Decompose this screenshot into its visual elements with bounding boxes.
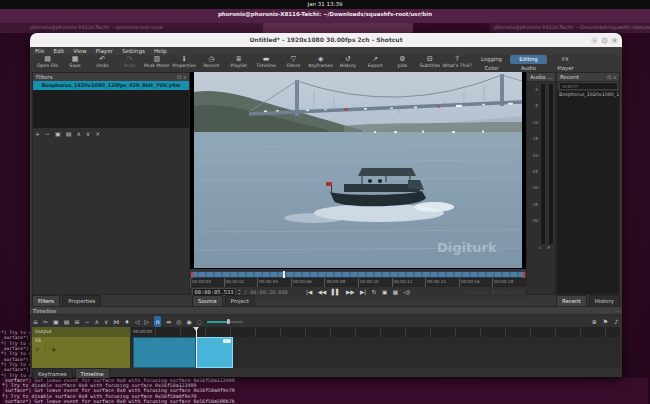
remove-filter-button[interactable]: − (45, 129, 50, 138)
lift-button[interactable]: ∧ (94, 316, 98, 327)
menu-settings[interactable]: Settings (122, 47, 145, 55)
layout-audio[interactable]: Audio (510, 64, 547, 73)
tab-history[interactable]: History (589, 295, 620, 306)
fast-rewind-button[interactable]: ◀◀ (318, 287, 327, 297)
menu-view[interactable]: View (73, 47, 86, 55)
ripple-toggle[interactable]: ◎ (176, 316, 181, 327)
redo-button[interactable]: ↷Redo (116, 55, 143, 72)
layout-logging[interactable]: Logging (473, 55, 510, 64)
tab-filters[interactable]: Filters (32, 295, 60, 306)
overwrite-button[interactable]: ∨ (104, 316, 108, 327)
move-filter-up-button[interactable]: ∧ (76, 129, 80, 138)
panel-corner-buttons[interactable]: ⊡ × (607, 73, 617, 81)
open-file-button[interactable]: ▤Open File (34, 55, 61, 72)
play-pause-button[interactable]: ▌▌ (332, 287, 341, 297)
timeline-ruler[interactable]: 00:00:00 (130, 327, 620, 337)
add-filter-button[interactable]: + (35, 129, 40, 138)
minimize-button[interactable]: – (591, 37, 598, 44)
terminal-headerbar-right[interactable]: phoronix@phoronix-X8116-Taichi: ~/Downlo… (490, 23, 650, 33)
terminal-headerbar-left[interactable]: phoronix@phoronix-X8116-Taichi: ~/phoron… (0, 23, 300, 33)
copy-button[interactable]: ▣ (53, 316, 59, 327)
lock-track-icon[interactable]: ⊘ (35, 346, 39, 352)
maximize-button[interactable]: □ (601, 37, 608, 44)
save-button[interactable]: ▦Save (61, 55, 88, 72)
recent-search-input[interactable] (559, 82, 618, 90)
menu-file[interactable]: File (35, 47, 44, 55)
filters-button[interactable]: ▽Filters (280, 55, 307, 72)
scrub-while-dragging-toggle[interactable]: ⇹ (166, 316, 171, 327)
menu-player[interactable]: Player (96, 47, 113, 55)
next-marker-button[interactable]: ▷ (144, 316, 149, 327)
tab-timeline[interactable]: Timeline (75, 368, 110, 378)
paste-button[interactable]: ▤ (64, 316, 70, 327)
tab-source[interactable]: Source (192, 295, 223, 306)
recent-button[interactable]: ◷Recent (198, 55, 225, 72)
terminal-headerbar[interactable]: phoronix@phoronix-X8116-Taichi: ~/Downlo… (0, 9, 650, 23)
paste-filters-button[interactable]: ▤ (66, 129, 72, 138)
panel-corner-buttons[interactable]: ⊡ × (177, 73, 187, 81)
peak-meter-button[interactable]: ▥Peak Meter (143, 55, 170, 72)
player-scrubber[interactable] (190, 271, 526, 278)
skip-to-end-button[interactable]: ▶| (360, 287, 366, 297)
recent-item[interactable]: Bosphorus_1920x1080_1205... (557, 91, 619, 99)
properties-button[interactable]: ℹProperties (170, 55, 197, 72)
tab-project[interactable]: Project (225, 295, 255, 306)
timeline-button[interactable]: ▬Timeline (252, 55, 279, 72)
volume-button[interactable]: ◁) (404, 287, 410, 297)
history-button[interactable]: ↺History (334, 55, 361, 72)
v1-track-lane[interactable] (130, 337, 620, 368)
timeline-panel-menu[interactable]: ⋯ (615, 307, 620, 315)
menu-help[interactable]: Help (154, 47, 167, 55)
playlist-button[interactable]: ≣Playlist (225, 55, 252, 72)
subtitles-button[interactable]: ⊟Subtitles (416, 55, 443, 72)
filters-list[interactable] (33, 90, 189, 128)
whats-this-button[interactable]: ?What's This? (443, 55, 470, 72)
fast-forward-button[interactable]: ▶▶ (346, 287, 355, 297)
jobs-button[interactable]: ⚙Jobs (389, 55, 416, 72)
layout-fx[interactable]: FX (547, 55, 584, 64)
layout-editing[interactable]: Editing (510, 55, 547, 64)
undo-button[interactable]: ↶Undo (89, 55, 116, 72)
timeline-clip[interactable] (133, 337, 196, 368)
append-button[interactable]: ⊞ (74, 316, 79, 327)
record-voiceover-button[interactable]: ♪ (614, 316, 618, 327)
loop-button[interactable]: ↻ (372, 287, 377, 297)
ripple-delete-button[interactable]: − (84, 316, 89, 327)
cut-button[interactable]: ✂ (43, 316, 48, 327)
marker-flag-button[interactable]: ⚑ (603, 316, 608, 327)
copy-filters-button[interactable]: ▣ (55, 129, 61, 138)
split-button[interactable]: ⋈ (113, 316, 119, 327)
mute-track-icon[interactable]: ♪ (44, 346, 47, 352)
skip-to-start-button[interactable]: |◀ (306, 287, 312, 297)
tab-keyframes[interactable]: Keyframes (32, 368, 73, 378)
v1-track-header[interactable]: V1 ⊘ ♪ ◉ (32, 337, 130, 368)
window-titlebar[interactable]: Untitled* - 1920x1080 30.00fps 2ch - Sho… (30, 33, 622, 47)
close-button[interactable]: × (611, 37, 618, 44)
move-filter-down-button[interactable]: ∨ (86, 129, 90, 138)
prev-marker-button[interactable]: ◁ (135, 316, 140, 327)
timeline-clip-selected[interactable] (196, 337, 233, 368)
timeline-menu-button[interactable]: ≡ (33, 316, 38, 327)
export-button[interactable]: ↗Export (362, 55, 389, 72)
tab-properties[interactable]: Properties (62, 295, 101, 306)
layout-color[interactable]: Color (473, 64, 510, 73)
grid-button[interactable]: ▦ (393, 287, 398, 297)
video-frame[interactable]: Digiturk (194, 72, 522, 268)
filters-current-clip[interactable]: Bosphorus_1920x1080_120fps_420_8bit_YUV.… (33, 81, 189, 90)
ripple-markers-toggle[interactable]: ◌ (197, 316, 202, 327)
output-track-header[interactable]: Output (32, 327, 130, 337)
clock[interactable]: Jan 31 13:39 (308, 1, 343, 7)
timeline-zoom-slider[interactable] (207, 321, 243, 323)
menu-edit[interactable]: Edit (53, 47, 64, 55)
tab-recent[interactable]: Recent (556, 295, 587, 306)
zoom-timeline-fit-button[interactable]: ⊕ (592, 316, 597, 327)
timeline-playhead[interactable] (196, 327, 197, 368)
hide-track-icon[interactable]: ◉ (51, 346, 55, 352)
deselect-filter-button[interactable]: × (95, 129, 100, 138)
keyframes-button[interactable]: ◈Keyframes (307, 55, 334, 72)
marker-button[interactable]: ♦ (124, 316, 129, 327)
layout-player[interactable]: Player (547, 64, 584, 73)
ripple-all-tracks-toggle[interactable]: ◉ (187, 316, 192, 327)
snap-toggle[interactable]: ∩ (154, 316, 161, 327)
zoom-fit-button[interactable]: ▣ (382, 287, 387, 297)
